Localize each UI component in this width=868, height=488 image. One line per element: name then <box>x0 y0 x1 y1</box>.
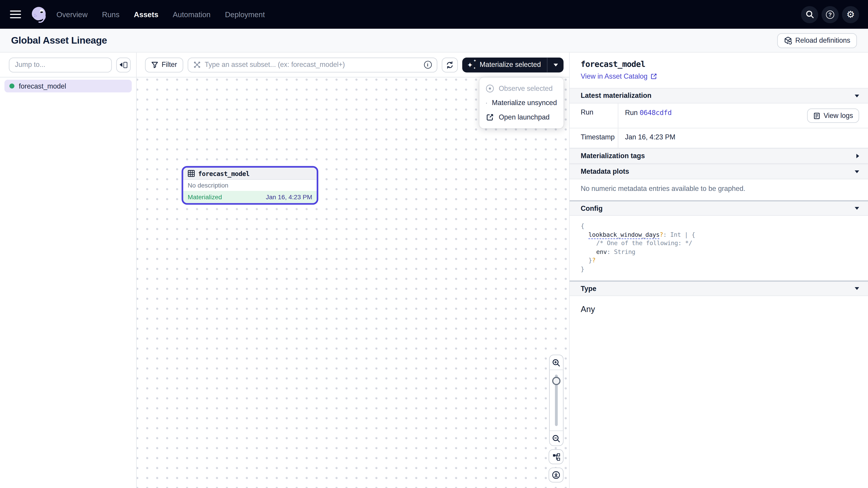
chevron-down-icon <box>855 207 859 210</box>
config-code-block: { lookback_window_days?: Int | { /* One … <box>569 216 868 281</box>
section-latest-materialization[interactable]: Latest materialization <box>569 88 868 103</box>
nav-item-runs[interactable]: Runs <box>102 10 119 19</box>
zoom-widget <box>549 355 563 446</box>
download-center-icon <box>552 471 560 479</box>
asset-graph-icon <box>193 61 201 68</box>
primary-nav: Overview Runs Assets Automation Deployme… <box>57 10 265 19</box>
dagster-logo-icon[interactable] <box>30 5 48 23</box>
materialize-selected-label: Materialize selected <box>480 61 541 68</box>
lineage-toolbar: Filter i <box>137 53 569 77</box>
run-row-value: Run 0648cdfd <box>618 103 807 128</box>
settings-button[interactable]: ⚙ <box>842 6 859 23</box>
asset-node-description: No description <box>183 180 317 191</box>
zoom-in-icon <box>552 358 560 367</box>
menu-item-open-launchpad[interactable]: Open launchpad <box>479 110 563 125</box>
search-icon <box>805 10 814 19</box>
asset-node-status-row: Materialized Jan 16, 4:23 PM <box>183 191 317 203</box>
reload-definitions-label: Reload definitions <box>795 37 850 44</box>
type-value: Any <box>569 296 868 322</box>
nav-item-assets[interactable]: Assets <box>134 10 158 19</box>
asset-details-panel: forecast_model View in Asset Catalog Lat… <box>569 53 868 488</box>
materialize-selected-button[interactable]: ✦ ✦ ✦ Materialize selected <box>462 57 547 72</box>
canvas-dot-grid[interactable] <box>137 77 569 488</box>
nav-actions: ? ⚙ <box>801 6 859 23</box>
reload-definitions-button[interactable]: Reload definitions <box>777 33 857 48</box>
asset-node-forecast-model[interactable]: forecast_model No description Materializ… <box>182 166 318 205</box>
menu-item-materialize-unsynced[interactable]: Materialize unsynced <box>479 96 563 110</box>
page-title: Global Asset Lineage <box>11 35 107 46</box>
app-window: Overview Runs Assets Automation Deployme… <box>0 0 868 488</box>
zoom-slider-handle[interactable] <box>552 377 560 385</box>
collapse-panel-icon <box>120 63 122 67</box>
recenter-button[interactable] <box>549 467 563 482</box>
timestamp-row: Timestamp Jan 16, 4:23 PM <box>569 128 868 148</box>
help-icon: ? <box>826 10 834 19</box>
collapse-sidebar-button[interactable] <box>116 57 131 72</box>
observe-icon <box>486 85 494 92</box>
materialize-dropdown-toggle[interactable] <box>548 57 563 72</box>
arrange-layout-button[interactable] <box>549 449 563 464</box>
materialize-sparkle-icon: ✦ ✦ ✦ <box>467 61 476 69</box>
gear-icon: ⚙ <box>846 10 855 19</box>
config-key[interactable]: lookback_window_days <box>588 231 659 238</box>
nav-item-overview[interactable]: Overview <box>57 10 88 19</box>
sidebar-asset-list: forecast_model <box>0 77 136 95</box>
asset-subset-input[interactable] <box>205 61 420 68</box>
asset-subset-searchbox: i <box>188 57 437 72</box>
jump-to-input[interactable] <box>9 57 112 72</box>
asset-node-header: forecast_model <box>183 168 317 180</box>
refresh-button[interactable] <box>441 57 458 72</box>
chevron-down-icon <box>855 94 859 97</box>
hamburger-menu-icon[interactable] <box>10 10 21 19</box>
chevron-down-icon <box>553 63 558 66</box>
asset-node-title: forecast_model <box>198 170 250 177</box>
chevron-right-icon <box>857 154 859 158</box>
section-materialization-tags[interactable]: Materialization tags <box>569 148 868 164</box>
section-metadata-plots[interactable]: Metadata plots <box>569 164 868 180</box>
table-icon <box>188 170 195 177</box>
refresh-icon <box>445 61 454 69</box>
asset-sidebar: forecast_model <box>0 53 137 488</box>
view-logs-button[interactable]: View logs <box>807 108 859 123</box>
zoom-slider[interactable] <box>550 370 563 430</box>
zoom-in-button[interactable] <box>550 355 563 370</box>
filter-funnel-icon <box>151 61 158 68</box>
materialized-badge: Materialized <box>188 194 222 200</box>
menu-item-observe-selected: Observe selected <box>479 81 563 96</box>
lineage-canvas[interactable]: Filter i <box>137 53 569 488</box>
run-id-link[interactable]: 0648cdfd <box>640 108 672 117</box>
chevron-down-icon <box>855 287 859 290</box>
sidebar-item-forecast-model[interactable]: forecast_model <box>4 80 132 92</box>
nav-item-automation[interactable]: Automation <box>173 10 211 19</box>
filter-label: Filter <box>162 61 177 68</box>
run-row: Run Run 0648cdfd View logs <box>569 103 868 128</box>
external-link-icon <box>486 113 494 121</box>
info-icon[interactable]: i <box>424 61 432 68</box>
zoom-out-button[interactable] <box>550 430 563 445</box>
panel-header: forecast_model View in Asset Catalog <box>569 53 868 88</box>
section-config[interactable]: Config <box>569 200 868 216</box>
top-nav: Overview Runs Assets Automation Deployme… <box>0 0 868 29</box>
search-button[interactable] <box>801 6 818 23</box>
graph-layout-icon <box>552 453 560 460</box>
sync-icon <box>486 99 487 107</box>
logs-icon <box>813 112 820 119</box>
filter-button[interactable]: Filter <box>145 57 183 72</box>
page-header: Global Asset Lineage Reload definitions <box>0 29 868 53</box>
nav-item-deployment[interactable]: Deployment <box>225 10 265 19</box>
sidebar-search-row <box>0 53 136 77</box>
reload-cube-icon <box>784 36 792 44</box>
panel-asset-title: forecast_model <box>581 60 857 68</box>
metadata-plots-empty-message: No numeric metadata entries available to… <box>569 179 868 200</box>
materialized-timestamp: Jan 16, 4:23 PM <box>266 194 312 200</box>
materialize-dropdown-menu: Observe selected Materialize unsynced <box>479 77 563 128</box>
canvas-controls <box>549 355 563 483</box>
materialize-split-button: ✦ ✦ ✦ Materialize selected <box>462 57 563 72</box>
external-link-icon <box>650 73 657 79</box>
help-button[interactable]: ? <box>822 6 839 23</box>
asset-status-dot <box>9 84 14 89</box>
view-in-asset-catalog-link[interactable]: View in Asset Catalog <box>581 72 657 80</box>
main-layout: forecast_model Filter i <box>0 53 868 488</box>
section-type[interactable]: Type <box>569 281 868 296</box>
timestamp-row-value: Jan 16, 4:23 PM <box>618 128 868 148</box>
